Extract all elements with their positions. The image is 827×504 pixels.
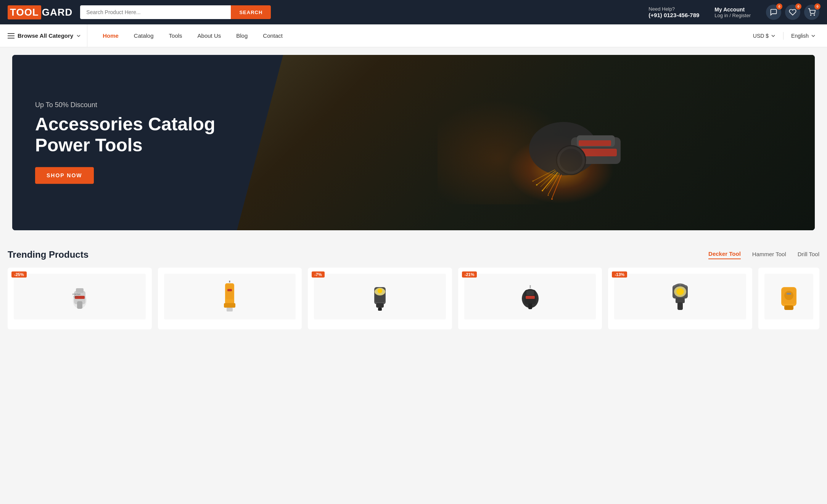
tab-decker-tool[interactable]: Decker Tool [708,250,741,259]
search-input[interactable] [80,5,231,19]
svg-point-0 [811,15,811,16]
svg-rect-44 [528,303,532,309]
svg-point-8 [560,149,582,172]
product-badge: -25% [11,271,27,278]
product-image [614,274,746,319]
help-label: Need Help? [648,6,699,12]
language-selector[interactable]: English [787,33,819,39]
chat-badge: 0 [776,3,782,10]
cart-icon-button[interactable]: 0 [804,5,819,20]
trending-tabs: Decker Tool Hammer Tool Drill Tool [708,250,819,259]
product-badge: -7% [312,271,325,278]
svg-line-11 [541,172,557,187]
cordless-light-image [365,279,395,314]
nav-tools[interactable]: Tools [161,24,190,47]
hero-subtitle: Up To 50% Discount [35,101,215,109]
main-navbar: Browse All Category Home Catalog Tools A… [0,24,827,47]
logo[interactable]: TOOL GARD [8,5,72,19]
power-drill-image [513,281,547,312]
login-register-link[interactable]: Log in / Register [714,13,751,18]
trending-header: Trending Products Decker Tool Hammer Too… [8,249,819,260]
product-image [464,274,596,319]
svg-rect-6 [579,140,611,146]
hero-title: Accessories Catalog Power Tools [35,114,215,156]
svg-rect-37 [376,303,384,308]
hero-banner: Up To 50% Discount Accessories Catalog P… [12,55,815,230]
svg-point-19 [533,181,534,182]
nav-contact[interactable]: Contact [255,24,290,47]
chevron-down-icon [76,34,81,38]
svg-text:CABLE: CABLE [73,296,78,298]
products-row: -25% PORTER CABLE [8,268,819,329]
svg-rect-50 [677,302,683,310]
nav-home[interactable]: Home [95,24,126,47]
svg-rect-55 [787,293,791,295]
nav-about-us[interactable]: About Us [190,24,229,47]
svg-point-20 [551,198,553,200]
product-card: -21% [458,268,602,329]
cart-badge: 0 [814,3,821,10]
hamburger-icon [8,33,14,39]
nav-divider [783,32,784,40]
trending-products-section: Trending Products Decker Tool Hammer Too… [0,238,827,337]
worklight-image [665,279,695,314]
chat-icon-button[interactable]: 0 [766,5,781,20]
wishlist-icon-button[interactable]: 0 [785,5,800,20]
shop-now-button[interactable]: SHOP NOW [35,167,94,184]
tab-drill-tool[interactable]: Drill Tool [798,251,819,259]
browse-all-label: Browse All Category [18,32,73,39]
chat-icon [770,8,777,16]
svg-point-1 [814,15,815,16]
search-button[interactable]: SEARCH [231,5,271,19]
help-phone: (+91) 0123-456-789 [648,12,699,18]
search-bar: SEARCH [80,5,271,19]
svg-point-16 [542,190,543,191]
account-label: My Account [714,6,751,13]
hero-grinder-illustration [487,72,670,217]
trending-title: Trending Products [8,249,88,260]
nav-blog[interactable]: Blog [228,24,255,47]
logo-gard-part: GARD [42,6,73,18]
chevron-down-icon [771,34,776,38]
product-image: PORTER CABLE [14,274,146,319]
svg-rect-30 [224,303,235,308]
product-card: -25% PORTER CABLE [8,268,152,329]
language-label: English [791,33,809,39]
product-image [164,274,296,319]
svg-rect-29 [226,284,233,299]
browse-all-category[interactable]: Browse All Category [8,24,87,47]
tab-hammer-tool[interactable]: Hammer Tool [752,251,786,259]
svg-point-53 [784,291,793,300]
cart-icon [808,8,816,16]
product-card [158,268,302,329]
product-image [314,274,446,319]
svg-rect-25 [77,301,82,309]
drill-tool-image: PORTER CABLE [63,281,97,312]
svg-rect-54 [784,305,793,310]
hero-content: Up To 50% Discount Accessories Catalog P… [35,101,215,184]
svg-point-48 [676,288,684,295]
currency-label: USD $ [753,33,769,39]
svg-rect-42 [526,296,535,299]
svg-rect-31 [227,308,233,311]
nav-catalog[interactable]: Catalog [126,24,161,47]
nailer-tool-image [214,279,245,314]
svg-rect-49 [676,298,685,303]
hero-title-line1: Accessories Catalog [35,114,215,134]
account-info: My Account Log in / Register [714,6,751,18]
heart-icon [789,8,796,16]
product-card: -13% [608,268,752,329]
product-image [764,274,813,319]
svg-text:PORTER: PORTER [72,293,80,295]
header-icon-group: 0 0 0 [766,5,819,20]
currency-selector[interactable]: USD $ [749,33,779,39]
wishlist-badge: 0 [795,3,801,10]
product-badge: -13% [612,271,627,278]
nav-right: USD $ English [749,32,819,40]
product-card [758,268,819,329]
yellow-tool-image [774,279,804,314]
svg-rect-23 [76,288,84,293]
product-card: -7% [308,268,452,329]
svg-point-18 [536,184,537,186]
product-badge: -21% [462,271,477,278]
